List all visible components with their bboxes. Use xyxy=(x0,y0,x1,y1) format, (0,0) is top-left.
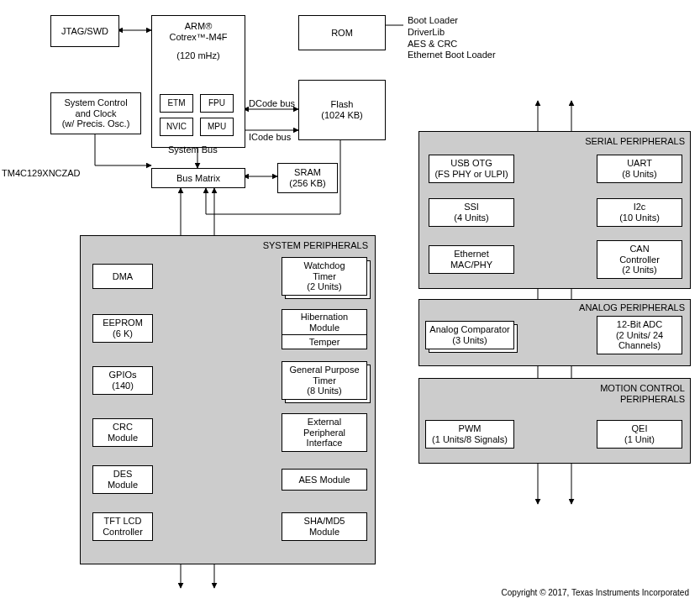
des-l1: DES xyxy=(113,469,133,480)
arm-freq: (120 mHz) xyxy=(176,50,219,61)
adc-l1: 12-Bit ADC xyxy=(617,319,662,330)
can-l1: CAN xyxy=(629,244,649,255)
block-nvic: NVIC xyxy=(160,118,193,136)
rom-label: ROM xyxy=(331,28,353,39)
motion-title-l1: MOTION CONTROL xyxy=(584,383,685,394)
fpu-label: FPU xyxy=(208,98,225,108)
hib-l3: Temper xyxy=(309,337,340,348)
block-sysctrl: System Control and Clock (w/ Precis. Osc… xyxy=(50,92,141,134)
block-ethernet: Ethernet MAC/PHY xyxy=(429,245,514,274)
title-motion-peripherals: MOTION CONTROL PERIPHERALS xyxy=(584,383,685,404)
i2c-l2: (10 Units) xyxy=(619,213,660,223)
block-pwm: PWM (1 Units/8 Signals) xyxy=(425,420,514,449)
block-jtag: JTAG/SWD xyxy=(50,15,119,47)
block-flash: Flash (1024 KB) xyxy=(298,80,386,140)
des-l2: Module xyxy=(108,480,138,491)
tft-l2: Controller xyxy=(103,527,143,538)
block-adc: 12-Bit ADC (2 Units/ 24 Channels) xyxy=(597,316,682,354)
ac-l2: (3 Units) xyxy=(452,335,487,346)
block-mpu: MPU xyxy=(200,118,234,136)
gpt-l2: Timer xyxy=(313,375,336,386)
rom-notes: Boot Loader DriverLib AES & CRC Ethernet… xyxy=(408,15,496,61)
gpt-l3: (8 Units) xyxy=(307,386,342,396)
wd-l2: Timer xyxy=(313,271,336,282)
ac-l1: Analog Comparator xyxy=(429,324,509,335)
wd-l1: Watchdog xyxy=(303,260,345,271)
nvic-label: NVIC xyxy=(166,122,187,132)
block-crc: CRC Module xyxy=(92,418,153,447)
mpu-label: MPU xyxy=(208,122,226,132)
tft-l1: TFT LCD xyxy=(103,516,141,527)
label-sysbus: System Bus xyxy=(168,144,218,155)
epi-l2: Peripheral xyxy=(303,428,345,438)
epi-l1: External xyxy=(308,417,341,428)
can-l3: (2 Units) xyxy=(622,265,657,276)
block-epi: External Peripheral Interface xyxy=(282,413,367,452)
block-i2c: I2c (10 Units) xyxy=(597,198,682,227)
qei-l1: QEI xyxy=(632,423,648,434)
block-etm: ETM xyxy=(160,94,193,113)
adc-l3: Channels) xyxy=(618,340,661,351)
block-des: DES Module xyxy=(92,465,153,494)
uart-l2: (8 Units) xyxy=(622,169,657,180)
block-ssi: SSI (4 Units) xyxy=(429,198,514,227)
eeprom-l1: EEPROM xyxy=(103,317,143,328)
block-can: CAN Controller (2 Units) xyxy=(597,240,682,279)
sram-l2: (256 KB) xyxy=(289,178,325,189)
hib-l2: Module xyxy=(309,323,339,333)
arm-title: ARM® xyxy=(185,21,213,32)
crc-l2: Module xyxy=(108,433,138,443)
sram-l1: SRAM xyxy=(294,167,321,178)
eeprom-l2: (6 K) xyxy=(113,328,133,339)
block-usb-otg: USB OTG (FS PHY or ULPI) xyxy=(429,155,514,183)
wd-l3: (2 Units) xyxy=(307,281,342,292)
etm-label: ETM xyxy=(167,98,185,108)
hib-l1: Hibernation xyxy=(301,312,348,323)
epi-l3: Interface xyxy=(307,438,343,449)
copyright: Copyright © 2017, Texas Instruments Inco… xyxy=(437,588,689,597)
bus-matrix-label: Bus Matrix xyxy=(176,173,220,184)
gpt-l1: General Purpose xyxy=(289,365,359,375)
block-gptimer: General Purpose Timer (8 Units) xyxy=(282,361,366,398)
jtag-label: JTAG/SWD xyxy=(61,26,108,37)
dma-label: DMA xyxy=(113,271,133,282)
usb-l1: USB OTG xyxy=(450,158,492,169)
block-eeprom: EEPROM (6 K) xyxy=(92,314,153,343)
block-sha: SHA/MD5 Module xyxy=(282,512,367,541)
title-system-peripherals: SYSTEM PERIPHERALS xyxy=(252,240,368,250)
pwm-l2: (1 Units/8 Signals) xyxy=(432,434,508,445)
block-uart: UART (8 Units) xyxy=(597,155,682,183)
label-icode: ICode bus xyxy=(249,132,291,142)
usb-l2: (FS PHY or ULPI) xyxy=(434,169,508,180)
block-analog-comparator: Analog Comparator (3 Units) xyxy=(425,321,513,349)
label-partnumber: TM4C129XNCZAD xyxy=(2,168,81,178)
block-gpio: GPIOs (140) xyxy=(92,366,153,395)
block-rom: ROM xyxy=(298,15,386,50)
block-hibernation: Hibernation Module Temper xyxy=(282,309,366,348)
block-sram: SRAM (256 KB) xyxy=(277,163,338,193)
block-bus-matrix: Bus Matrix xyxy=(151,168,245,188)
i2c-l1: I2c xyxy=(634,202,646,213)
eth-l1: Ethernet xyxy=(454,249,489,260)
pwm-l1: PWM xyxy=(459,423,482,434)
aes-label: AES Module xyxy=(298,475,350,485)
gpio-l1: GPIOs xyxy=(108,370,136,380)
flash-l2: (1024 KB) xyxy=(321,110,363,121)
motion-title-l2: PERIPHERALS xyxy=(584,394,685,405)
ssi-l1: SSI xyxy=(464,202,479,213)
rom-note-2: DriverLib xyxy=(408,27,496,39)
block-aes: AES Module xyxy=(282,469,367,491)
block-qei: QEI (1 Unit) xyxy=(597,420,682,449)
uart-l1: UART xyxy=(627,158,652,169)
title-analog-peripherals: ANALOG PERIPHERALS xyxy=(567,302,685,312)
crc-l1: CRC xyxy=(113,422,133,433)
sha-l2: Module xyxy=(309,527,339,538)
title-serial-peripherals: SERIAL PERIPHERALS xyxy=(571,136,685,146)
sysctrl-l2: and Clock xyxy=(76,108,117,119)
label-dcode: DCode bus xyxy=(249,98,295,108)
rom-note-1: Boot Loader xyxy=(408,15,496,27)
rom-note-4: Ethernet Boot Loader xyxy=(408,50,496,61)
can-l2: Controller xyxy=(619,255,660,265)
block-dma: DMA xyxy=(92,264,153,289)
qei-l2: (1 Unit) xyxy=(624,434,655,445)
